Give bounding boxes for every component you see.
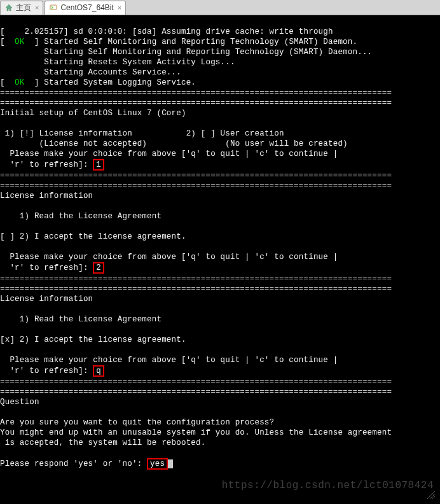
divider-line: ========================================… [0,377,392,386]
ok-status: OK [15,78,24,87]
tab-vm-label: CentOS7_64Bit [60,3,113,12]
tab-vm[interactable]: CentOS7_64Bit × [45,1,126,15]
resize-grip-icon[interactable] [425,489,436,500]
license-read: 1) Read the License Agreement [0,212,162,221]
cursor-icon [168,459,173,468]
user-input-yes: yes [147,458,168,470]
license-accept: [ ] 2) I accept the license agreement. [0,232,186,241]
divider-line: ========================================… [0,388,392,396]
tab-bar: 主页 × CentOS7_64Bit × [0,0,440,15]
license-read: 1) Read the License Agreement [0,315,162,324]
section-title: License information [0,295,93,304]
question-text: is accepted, the system will be rebooted… [0,438,205,447]
prompt-line: 'r' to refresh]: 1 [0,160,104,169]
watermark-text: https://blog.csdn.net/lct01078424 [222,480,434,491]
prompt-line: Please make your choice from above ['q' … [0,150,338,158]
home-icon [4,3,13,12]
prompt-line: 'r' to refresh]: 2 [0,263,104,272]
divider-line: ========================================… [0,274,392,283]
divider-line: ========================================… [0,284,392,293]
question-text: Are you sure you want to quit the config… [0,418,274,427]
boot-line: [ OK ] Started Self Monitoring and Repor… [0,38,357,46]
prompt-line: 'r' to refresh]: q [0,367,104,375]
menu-sub: (License not accepted) (No user will be … [0,139,348,148]
section-title: License information [0,192,93,200]
setup-title: Initial setup of CentOS Linux 7 (Core) [0,109,186,118]
boot-line: Starting Self Monitoring and Reporting T… [0,48,372,57]
divider-line: ========================================… [0,181,392,190]
user-input-1: 1 [93,159,104,171]
close-icon[interactable]: × [35,4,39,11]
close-icon[interactable]: × [118,4,121,11]
section-title: Question [0,398,39,407]
license-accept-checked: [x] 2) I accept the license agreement. [0,335,186,344]
divider-line: ========================================… [0,88,392,97]
boot-line: [ 2.025157] sd 0:0:0:0: [sda] Assuming d… [0,27,333,36]
divider-line: ========================================… [0,99,392,108]
svg-rect-0 [50,5,57,10]
prompt-line: Please respond 'yes' or 'no': yes [0,459,173,468]
boot-line: [ OK ] Started System Logging Service. [0,78,196,87]
divider-line: ========================================… [0,171,392,180]
boot-line: Starting Accounts Service... [0,68,181,77]
menu-options: 1) [!] License information 2) [ ] User c… [0,129,284,138]
tab-home[interactable]: 主页 × [0,1,43,15]
user-input-q: q [93,365,104,377]
question-text: You might end up with an unusable system… [0,428,392,437]
vm-icon [49,3,58,12]
prompt-line: Please make your choice from above ['q' … [0,356,338,365]
prompt-line: Please make your choice from above ['q' … [0,253,338,262]
tab-home-label: 主页 [16,3,31,13]
terminal-output[interactable]: [ 2.025157] sd 0:0:0:0: [sda] Assuming d… [0,15,440,470]
boot-line: Starting Resets System Activity Logs... [0,58,235,67]
user-input-2: 2 [93,262,104,274]
ok-status: OK [15,38,24,46]
